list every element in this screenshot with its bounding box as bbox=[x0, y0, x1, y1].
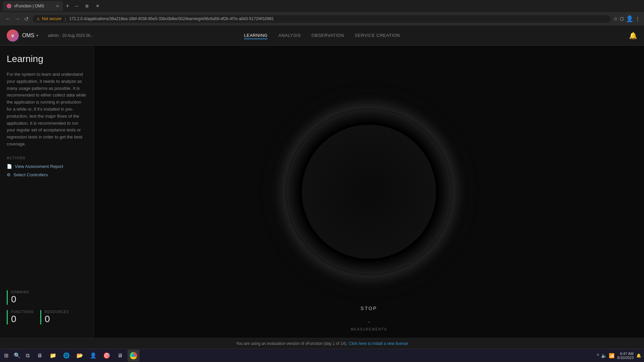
domains-label: DOMAINS bbox=[11, 290, 87, 294]
taskbar-clock[interactable]: 6:47 AM 8/10/2023 bbox=[617, 352, 634, 360]
eclipse-visualization bbox=[285, 108, 453, 276]
window-controls: ─ ⧉ ✕ bbox=[72, 2, 103, 10]
taskbar-start: ⊞ 🔍 ⧉ bbox=[3, 351, 31, 360]
app-header: v OMS ▾ admin · 10 Aug 2023 06... LEARNI… bbox=[0, 25, 644, 46]
url-bar[interactable]: ⚠ Not secure | 172.2.0.4/applications/36… bbox=[33, 15, 611, 23]
install-license-link[interactable]: Click here to install a new license bbox=[349, 341, 408, 346]
back-button[interactable]: ← bbox=[4, 14, 12, 23]
stats-row: FUNCTIONS 0 RESOURCES 0 bbox=[7, 310, 87, 330]
bottom-bar: You are using an evaluation version of v… bbox=[0, 338, 644, 349]
restore-button[interactable]: ⧉ bbox=[82, 2, 92, 10]
start-button[interactable]: ⊞ bbox=[3, 351, 10, 360]
taskbar: ⊞ 🔍 ⧉ 🖥 📁 🌐 📂 👤 🎯 🖥 ^ 🔈 📶 6:47 AM 8/10/2… bbox=[0, 349, 644, 362]
resources-stat: RESOURCES 0 bbox=[40, 310, 69, 324]
new-tab-button[interactable]: + bbox=[63, 3, 72, 10]
security-warning: ⚠ bbox=[37, 17, 40, 21]
actions-label: ACTIONS bbox=[7, 156, 87, 160]
tab-bar: vFunction | OMS ✕ + ─ ⧉ ✕ bbox=[0, 0, 644, 12]
taskbar-app-files[interactable]: 📁 bbox=[47, 350, 59, 362]
notification-tray-icon[interactable]: 🔔 bbox=[636, 353, 641, 358]
refresh-button[interactable]: ↺ bbox=[23, 14, 30, 23]
document-icon: 📄 bbox=[7, 164, 12, 169]
sidebar: Learning For the system to learn and und… bbox=[0, 46, 94, 338]
app-name[interactable]: OMS ▾ bbox=[22, 33, 38, 39]
controllers-icon: ⚙ bbox=[7, 172, 11, 177]
stats-area: DOMAINS 0 FUNCTIONS 0 RESOURCES 0 bbox=[7, 290, 87, 330]
browser-chrome: vFunction | OMS ✕ + ─ ⧉ ✕ ← → ↺ ⚠ Not se… bbox=[0, 0, 644, 25]
tab-favicon bbox=[7, 4, 11, 8]
page-title: Learning bbox=[7, 54, 87, 64]
functions-label: FUNCTIONS bbox=[11, 310, 34, 314]
address-bar: ← → ↺ ⚠ Not secure | 172.2.0.4/applicati… bbox=[0, 12, 644, 25]
taskbar-sys-icons: ^ 🔈 📶 bbox=[597, 353, 614, 358]
browser-actions: ☆ ⬡ 👤 ⋮ bbox=[613, 15, 640, 22]
measurements-chevron-icon: ⌃ bbox=[367, 321, 371, 326]
domains-stat: DOMAINS 0 bbox=[7, 290, 87, 305]
clock-date: 8/10/2023 bbox=[617, 356, 634, 360]
nav-buttons: ← → ↺ bbox=[4, 14, 30, 23]
task-view-button[interactable]: ⧉ bbox=[24, 351, 31, 360]
taskbar-app-target[interactable]: 🎯 bbox=[101, 350, 113, 362]
select-controllers-label: Select Controllers bbox=[13, 172, 48, 177]
resources-value: 0 bbox=[45, 314, 69, 324]
app-subtitle: admin · 10 Aug 2023 06... bbox=[48, 33, 94, 38]
app-name-chevron: ▾ bbox=[36, 33, 38, 38]
menu-button[interactable]: ⋮ bbox=[635, 16, 640, 21]
main-content: Learning For the system to learn and und… bbox=[0, 46, 644, 338]
nav-item-analysis[interactable]: ANALYSIS bbox=[278, 32, 301, 39]
taskbar-app-folder[interactable]: 📂 bbox=[74, 350, 86, 362]
close-button[interactable]: ✕ bbox=[93, 2, 103, 10]
view-assessment-action[interactable]: 📄 View Assessment Report bbox=[7, 164, 87, 169]
bottom-bar-message: You are using an evaluation version of v… bbox=[236, 341, 347, 346]
network-icon[interactable]: 📶 bbox=[609, 353, 614, 358]
nav-item-service-creation[interactable]: SERVICE CREATION bbox=[355, 32, 400, 39]
tab-title: vFunction | OMS bbox=[14, 4, 44, 8]
taskbar-app-chrome[interactable] bbox=[127, 350, 140, 362]
tab-close-btn[interactable]: ✕ bbox=[56, 4, 59, 8]
taskbar-app-user[interactable]: 👤 bbox=[87, 350, 99, 362]
search-button[interactable]: 🔍 bbox=[12, 351, 22, 360]
nav-item-learning[interactable]: LEARNING bbox=[244, 32, 268, 39]
app-logo: v bbox=[7, 29, 19, 42]
minimize-button[interactable]: ─ bbox=[72, 2, 82, 10]
not-secure-label: Not secure bbox=[42, 16, 61, 21]
app-container: v OMS ▾ admin · 10 Aug 2023 06... LEARNI… bbox=[0, 25, 644, 349]
active-tab[interactable]: vFunction | OMS ✕ bbox=[3, 1, 63, 11]
forward-button[interactable]: → bbox=[13, 14, 21, 23]
url-text: 172.2.0.4/applications/36a218ea-16bf-403… bbox=[69, 16, 274, 21]
resources-label: RESOURCES bbox=[45, 310, 69, 314]
bookmark-button[interactable]: ☆ bbox=[613, 16, 618, 21]
clock-time: 6:47 AM bbox=[617, 352, 634, 356]
eclipse-glow bbox=[285, 108, 453, 276]
nav-item-observation[interactable]: OBSERVATION bbox=[312, 32, 344, 39]
domains-value: 0 bbox=[11, 294, 87, 305]
notification-button[interactable]: 🔔 bbox=[629, 32, 637, 40]
taskbar-app-ie[interactable]: 🌐 bbox=[60, 350, 72, 362]
taskbar-app-screen[interactable]: 🖥 bbox=[114, 350, 126, 362]
taskbar-app-explorer[interactable]: 🖥 bbox=[34, 350, 46, 362]
central-area: STOP ⌃ MEASUREMENTS bbox=[94, 46, 644, 338]
view-assessment-label: View Assessment Report bbox=[15, 164, 63, 169]
measurements-label: MEASUREMENTS bbox=[351, 327, 387, 331]
functions-stat: FUNCTIONS 0 bbox=[7, 310, 34, 324]
measurements-area[interactable]: ⌃ MEASUREMENTS bbox=[351, 321, 387, 331]
extensions-button[interactable]: ⬡ bbox=[620, 16, 624, 21]
app-header-right: 🔔 bbox=[629, 32, 637, 40]
description-text: For the system to learn and understand y… bbox=[7, 71, 87, 148]
stop-area: STOP bbox=[361, 306, 377, 311]
app-nav: LEARNING ANALYSIS OBSERVATION SERVICE CR… bbox=[244, 32, 400, 39]
profile-button[interactable]: 👤 bbox=[626, 15, 633, 22]
volume-icon[interactable]: 🔈 bbox=[601, 353, 607, 358]
functions-value: 0 bbox=[11, 314, 34, 324]
taskbar-right: ^ 🔈 📶 6:47 AM 8/10/2023 🔔 bbox=[597, 352, 641, 360]
stop-button[interactable]: STOP bbox=[361, 306, 377, 311]
system-tray-chevron[interactable]: ^ bbox=[597, 353, 599, 358]
taskbar-apps: 🖥 📁 🌐 📂 👤 🎯 🖥 bbox=[34, 350, 140, 362]
select-controllers-action[interactable]: ⚙ Select Controllers bbox=[7, 172, 87, 177]
